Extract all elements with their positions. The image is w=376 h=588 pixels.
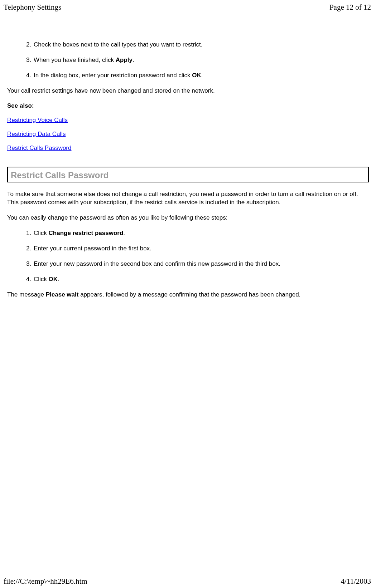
step2-1: Click Change restrict password.	[33, 229, 369, 237]
page-header: Telephony Settings Page 12 of 12	[0, 0, 376, 14]
steps-list-1: Check the boxes next to the call types t…	[7, 41, 369, 79]
step-3-bold: Apply	[116, 57, 132, 63]
step-3-suffix: .	[132, 57, 134, 63]
link-restricting-voice-calls[interactable]: Restricting Voice Calls	[7, 117, 369, 124]
paragraph-result: The message Please wait appears, followe…	[7, 291, 369, 299]
step2-1-prefix: Click	[34, 230, 49, 236]
step2-4: Click OK.	[33, 275, 369, 283]
para4-bold: Please wait	[46, 291, 79, 298]
footer-path: file://C:\temp\~hh29E6.htm	[4, 577, 87, 586]
step-2: Check the boxes next to the call types t…	[33, 41, 369, 49]
step-4: In the dialog box, enter your restrictio…	[33, 72, 369, 79]
section-heading-box: Restrict Calls Password	[7, 167, 369, 182]
step2-2: Enter your current password in the first…	[33, 245, 369, 253]
para4-prefix: The message	[7, 291, 46, 298]
step2-4-suffix: .	[58, 276, 59, 283]
step2-3-text: Enter your new password in the second bo…	[34, 260, 280, 267]
step-2-text: Check the boxes next to the call types t…	[34, 41, 203, 48]
link-restrict-calls-password[interactable]: Restrict Calls Password	[7, 144, 369, 152]
page-footer: file://C:\temp\~hh29E6.htm 4/11/2003	[0, 577, 376, 586]
link-restricting-data-calls[interactable]: Restricting Data Calls	[7, 131, 369, 138]
page-indicator: Page 12 of 12	[329, 3, 371, 12]
header-title: Telephony Settings	[4, 3, 61, 12]
step2-1-bold: Change restrict password	[49, 230, 124, 236]
see-also-heading: See also:	[7, 102, 369, 109]
step-4-suffix: .	[201, 72, 203, 79]
step-4-bold: OK	[192, 72, 201, 79]
step-4-prefix: In the dialog box, enter your restrictio…	[34, 72, 192, 79]
step-3: When you have finished, click Apply.	[33, 56, 369, 64]
footer-date: 4/11/2003	[341, 577, 371, 586]
paragraph-steps-intro: You can easily change the password as of…	[7, 214, 369, 222]
step2-1-suffix: .	[123, 230, 125, 236]
paragraph-confirmation: Your call restrict settings have now bee…	[7, 87, 369, 95]
step-3-prefix: When you have finished, click	[34, 57, 116, 63]
step2-2-text: Enter your current password in the first…	[34, 245, 151, 252]
section-title: Restrict Calls Password	[11, 170, 365, 180]
para4-suffix: appears, followed by a message confirmin…	[78, 291, 300, 298]
step2-4-prefix: Click	[34, 276, 49, 283]
steps-list-2: Click Change restrict password. Enter yo…	[7, 229, 369, 283]
step2-3: Enter your new password in the second bo…	[33, 260, 369, 268]
paragraph-intro: To make sure that someone else does not …	[7, 190, 369, 207]
content-area: Check the boxes next to the call types t…	[0, 14, 376, 299]
step2-4-bold: OK	[49, 276, 58, 283]
